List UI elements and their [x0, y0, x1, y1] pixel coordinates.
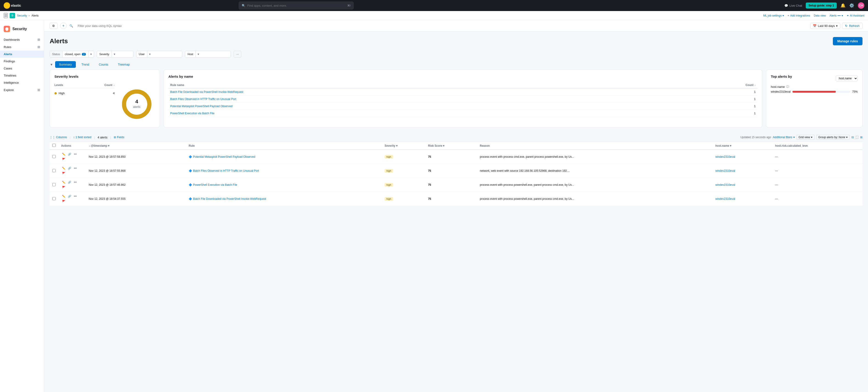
row-rule-link[interactable]: Potential Metasploit PowerShell Payload …: [193, 155, 255, 158]
network-icon[interactable]: 🔗: [67, 166, 72, 171]
host-col-header: host.name ⓘ: [771, 85, 858, 89]
host-filter[interactable]: Host ▾: [185, 51, 231, 58]
date-picker-button[interactable]: 📅 Last 90 days ▾: [810, 23, 840, 29]
tab-summary[interactable]: Summary: [55, 61, 76, 68]
timestamp-col-header[interactable]: ↓ @timestamp ▾: [86, 142, 186, 150]
columns-button[interactable]: ⋮⋮ Columns: [50, 135, 67, 139]
tab-counts[interactable]: Counts: [95, 61, 112, 68]
sidebar-item-intelligence[interactable]: Intelligence: [0, 79, 44, 86]
manage-rules-button[interactable]: Manage rules: [833, 37, 863, 45]
row-rule-link[interactable]: Batch File Downloaded via PowerShell Inv…: [193, 197, 266, 201]
notifications-icon[interactable]: 🔔: [840, 3, 845, 8]
select-all-col: [50, 142, 58, 150]
edit-icon[interactable]: ✏️: [61, 152, 66, 157]
hostname-link[interactable]: windev2310eval: [715, 197, 735, 201]
data-view-link[interactable]: Data view: [814, 14, 826, 17]
top-alerts-select[interactable]: host.name: [836, 76, 858, 81]
severity-filter[interactable]: Severity ▾: [97, 51, 133, 58]
risk-score-col-header[interactable]: Risk Score ▾: [425, 142, 477, 150]
ml-job-settings-link[interactable]: ML job settings ▾: [763, 14, 784, 17]
collapse-button[interactable]: ▾: [50, 61, 53, 68]
edit-icon[interactable]: ✏️: [61, 194, 66, 199]
ai-assistant-link[interactable]: ✦ AI Assistant: [847, 14, 864, 17]
table-row: ✏️ 🔗 ••• 🚩 Nov 12, 2023 @ 18:57:46.862 🔷…: [50, 178, 863, 192]
row-checkbox-3[interactable]: [52, 197, 56, 200]
sidebar-item-explore[interactable]: Explore ⊞: [0, 86, 44, 94]
live-chat-btn[interactable]: 💬 Live Chat: [784, 4, 802, 7]
hostname-col-header[interactable]: host.name ▾: [713, 142, 772, 150]
status-filter[interactable]: Status closed, open 2 ▾: [50, 51, 94, 58]
grid-view-button[interactable]: Grid view ▾: [797, 135, 814, 140]
more-icon[interactable]: •••: [73, 194, 78, 199]
edit-icon[interactable]: ✏️: [61, 180, 66, 185]
host-name-label: windev2310eval: [771, 90, 790, 93]
flag-icon[interactable]: 🚩: [61, 185, 66, 190]
sidebar-item-findings[interactable]: Findings: [0, 58, 44, 65]
network-icon[interactable]: 🔗: [67, 152, 72, 157]
rule-name-link[interactable]: Potential Metasploit PowerShell Payload …: [170, 104, 232, 108]
apps-icon[interactable]: ⚙️: [849, 3, 854, 8]
row-checkbox-2[interactable]: [52, 183, 56, 186]
flag-icon[interactable]: 🚩: [61, 157, 66, 162]
row-timestamp: Nov 12, 2023 @ 18:57:55.868: [86, 164, 186, 178]
select-all-checkbox[interactable]: [52, 144, 56, 147]
more-icon[interactable]: •••: [73, 166, 78, 171]
tab-trend[interactable]: Trend: [78, 61, 93, 68]
search-input[interactable]: [247, 4, 345, 7]
row-risk-level: —: [772, 164, 863, 178]
hostname-link[interactable]: windev2310eval: [715, 155, 735, 158]
rule-name-link[interactable]: Batch File Downloaded via PowerShell Inv…: [170, 90, 243, 94]
sidebar-item-dashboards[interactable]: Dashboards ⊞: [0, 36, 44, 43]
rule-name-link[interactable]: Batch Files Observed in HTTP Traffic on …: [170, 97, 236, 101]
severity-levels-title: Severity levels: [55, 74, 155, 79]
rule-name-link[interactable]: PowerShell Execution via Batch File: [170, 112, 214, 115]
row-rule-link[interactable]: Batch Files Observed in HTTP Traffic on …: [193, 169, 259, 173]
sidebar-item-rules[interactable]: Rules ⊞: [0, 43, 44, 51]
hostname-link[interactable]: windev2310eval: [715, 169, 735, 173]
svg-text:elastic: elastic: [11, 4, 21, 7]
user-filter[interactable]: User ▾: [136, 51, 182, 58]
flag-icon[interactable]: 🚩: [61, 171, 66, 176]
sidebar-item-alerts[interactable]: Alerts: [0, 51, 44, 58]
group-alerts-button[interactable]: Group alerts by: None ▾: [816, 135, 849, 140]
fields-button[interactable]: ⊞ Fields: [114, 135, 124, 139]
alerts-link[interactable]: Alerts ▾: [830, 14, 843, 17]
edit-icon[interactable]: ✏️: [61, 166, 66, 171]
severity-col-header[interactable]: Severity ▾: [382, 142, 425, 150]
row-checkbox-0[interactable]: [52, 155, 56, 158]
avatar[interactable]: CH: [858, 2, 864, 9]
breadcrumb-security-link[interactable]: Security: [17, 14, 27, 17]
more-icon[interactable]: •••: [73, 152, 78, 157]
more-filters-button[interactable]: ···: [234, 51, 241, 58]
rule-col-header[interactable]: Rule: [186, 142, 382, 150]
row-hostname: windev2310eval: [713, 150, 772, 164]
filter-options-button[interactable]: ⚙: [50, 23, 57, 29]
kql-search-input[interactable]: [76, 23, 808, 29]
setup-guide-button[interactable]: Setup guide: step 1: [806, 3, 837, 8]
additional-filters-button[interactable]: Additional filters ▾: [773, 135, 795, 139]
network-icon[interactable]: 🔗: [67, 194, 72, 199]
sidebar-item-cases[interactable]: Cases: [0, 65, 44, 72]
row-hostname: windev2310eval: [713, 192, 772, 206]
hostname-link[interactable]: windev2310eval: [715, 183, 735, 186]
sidebar-item-timelines[interactable]: Timelines: [0, 72, 44, 79]
hamburger-button[interactable]: ☰: [4, 13, 8, 18]
search-bar[interactable]: 🔍 ⌘/: [239, 2, 353, 9]
row-rule-link[interactable]: PowerShell Execution via Batch File: [193, 183, 237, 186]
row-checkbox-1[interactable]: [52, 169, 56, 172]
chevron-down-icon: ▾: [811, 135, 812, 139]
more-options-button[interactable]: ⊞: [860, 135, 863, 139]
network-icon[interactable]: 🔗: [67, 180, 72, 185]
tab-treemap[interactable]: Treemap: [114, 61, 134, 68]
add-filter-button[interactable]: +: [60, 23, 67, 29]
reason-text: process event with process powershell.ex…: [480, 197, 574, 201]
column-settings-button[interactable]: ⊟: [851, 135, 854, 139]
fullscreen-button[interactable]: ⛶: [856, 135, 858, 139]
row-hostname: windev2310eval: [713, 164, 772, 178]
flag-icon[interactable]: 🚩: [61, 199, 66, 204]
refresh-button[interactable]: ↻ Refresh: [842, 23, 863, 29]
more-icon[interactable]: •••: [73, 180, 78, 185]
add-integrations-link[interactable]: + Add integrations: [787, 14, 810, 17]
list-item: Batch Files Observed in HTTP Traffic on …: [168, 96, 757, 103]
sort-info-button[interactable]: ↕ 1 field sorted: [73, 135, 91, 139]
